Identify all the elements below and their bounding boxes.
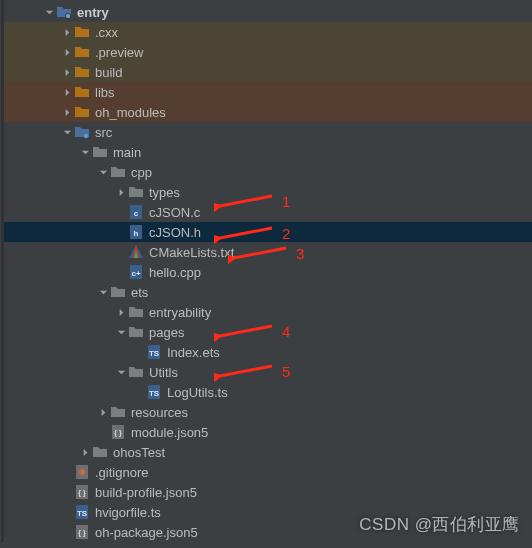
tree-row[interactable]: c+hello.cpp (4, 262, 532, 282)
gitignore-icon (74, 464, 90, 480)
tree-row[interactable]: src (4, 122, 532, 142)
arrow-placeholder (62, 527, 72, 537)
arrow-placeholder (62, 487, 72, 497)
tree-row[interactable]: CMakeLists.txt (4, 242, 532, 262)
chevron-right-icon[interactable] (62, 27, 72, 37)
tree-row[interactable]: .gitignore (4, 462, 532, 482)
svg-text:h: h (134, 229, 139, 238)
svg-text:{ }: { } (78, 489, 86, 497)
folder-orange-icon (74, 104, 90, 120)
tree-row[interactable]: types (4, 182, 532, 202)
tree-item-label: types (149, 185, 180, 200)
tree-item-label: CMakeLists.txt (149, 245, 234, 260)
chevron-right-icon[interactable] (116, 187, 126, 197)
chevron-down-icon[interactable] (98, 167, 108, 177)
tree-row[interactable]: main (4, 142, 532, 162)
folder-orange-icon (74, 84, 90, 100)
folder-icon (128, 324, 144, 340)
folder-orange-icon (74, 64, 90, 80)
cmake-icon (128, 244, 144, 260)
cppfile-icon: c+ (128, 264, 144, 280)
svg-text:TS: TS (77, 509, 88, 518)
tree-row[interactable]: TSLogUtils.ts (4, 382, 532, 402)
folder-orange-icon (74, 24, 90, 40)
tree-item-label: .gitignore (95, 465, 148, 480)
tree-item-label: hello.cpp (149, 265, 201, 280)
tree-row[interactable]: resources (4, 402, 532, 422)
tree-row[interactable]: ets (4, 282, 532, 302)
tsfile-icon: TS (146, 384, 162, 400)
tree-item-label: hvigorfile.ts (95, 505, 161, 520)
tree-item-label: entry (77, 5, 109, 20)
chevron-down-icon[interactable] (116, 327, 126, 337)
tree-row[interactable]: .preview (4, 42, 532, 62)
tree-item-label: cpp (131, 165, 152, 180)
folder-mod-icon (56, 4, 72, 20)
svg-text:TS: TS (149, 349, 160, 358)
svg-point-1 (66, 14, 70, 18)
tree-row[interactable]: TSIndex.ets (4, 342, 532, 362)
arrow-placeholder (116, 247, 126, 257)
chevron-right-icon[interactable] (62, 87, 72, 97)
tree-row[interactable]: ccJSON.c (4, 202, 532, 222)
chevron-down-icon[interactable] (80, 147, 90, 157)
tree-item-label: pages (149, 325, 184, 340)
chevron-right-icon[interactable] (62, 67, 72, 77)
hfile-icon: h (128, 224, 144, 240)
watermark: CSDN @西伯利亚鹰 (359, 513, 520, 536)
arrow-placeholder (134, 347, 144, 357)
svg-point-2 (84, 134, 88, 138)
chevron-right-icon[interactable] (98, 407, 108, 417)
chevron-down-icon[interactable] (44, 7, 54, 17)
chevron-down-icon[interactable] (116, 367, 126, 377)
tree-row[interactable]: { }build-profile.json5 (4, 482, 532, 502)
chevron-right-icon[interactable] (62, 47, 72, 57)
chevron-right-icon[interactable] (116, 307, 126, 317)
arrow-placeholder (98, 427, 108, 437)
tree-row[interactable]: oh_modules (4, 102, 532, 122)
tree-row[interactable]: ohosTest (4, 442, 532, 462)
tree-item-label: cJSON.c (149, 205, 200, 220)
tree-row[interactable]: libs (4, 82, 532, 102)
tree-row[interactable]: Utitls (4, 362, 532, 382)
tree-item-label: .cxx (95, 25, 118, 40)
tree-row[interactable]: pages (4, 322, 532, 342)
arrow-placeholder (116, 267, 126, 277)
svg-point-16 (79, 469, 85, 475)
file-tree: entry.cxx.previewbuildlibsoh_modulessrcm… (1, 0, 532, 542)
tree-row[interactable]: { }module.json5 (4, 422, 532, 442)
folder-icon (110, 284, 126, 300)
chevron-right-icon[interactable] (80, 447, 90, 457)
tree-row[interactable]: hcJSON.h (4, 222, 532, 242)
tree-item-label: LogUtils.ts (167, 385, 228, 400)
chevron-down-icon[interactable] (62, 127, 72, 137)
arrow-placeholder (116, 207, 126, 217)
chevron-down-icon[interactable] (98, 287, 108, 297)
tree-row[interactable]: build (4, 62, 532, 82)
folder-icon (110, 404, 126, 420)
svg-text:TS: TS (149, 389, 160, 398)
jsonfile-icon: { } (74, 524, 90, 540)
tree-row[interactable]: .cxx (4, 22, 532, 42)
tree-item-label: .preview (95, 45, 143, 60)
chevron-right-icon[interactable] (62, 107, 72, 117)
tree-row[interactable]: entry (4, 2, 532, 22)
folder-icon (92, 444, 108, 460)
tree-item-label: ets (131, 285, 148, 300)
folder-src-icon (74, 124, 90, 140)
svg-text:{ }: { } (114, 429, 122, 437)
tree-row[interactable]: entryability (4, 302, 532, 322)
folder-icon (128, 184, 144, 200)
tree-item-label: build (95, 65, 122, 80)
arrow-placeholder (134, 387, 144, 397)
folder-icon (92, 144, 108, 160)
tree-row[interactable]: cpp (4, 162, 532, 182)
tree-item-label: main (113, 145, 141, 160)
tree-item-label: entryability (149, 305, 211, 320)
tree-item-label: resources (131, 405, 188, 420)
tree-item-label: oh_modules (95, 105, 166, 120)
tree-item-label: Utitls (149, 365, 178, 380)
folder-orange-icon (74, 44, 90, 60)
tree-item-label: Index.ets (167, 345, 220, 360)
svg-text:c+: c+ (131, 269, 140, 278)
